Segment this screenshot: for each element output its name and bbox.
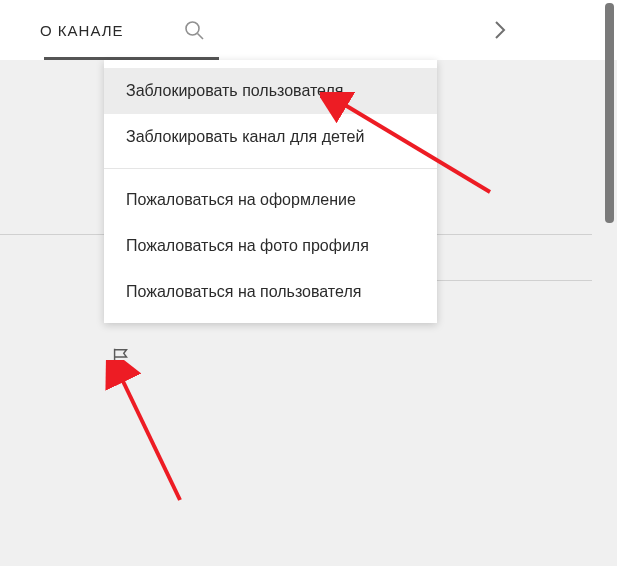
svg-line-4 — [120, 375, 180, 500]
chevron-right-icon — [493, 19, 507, 41]
content-area: Заблокировать пользователя Заблокировать… — [0, 60, 617, 566]
menu-item-report-user[interactable]: Пожаловаться на пользователя — [104, 269, 437, 315]
menu-item-report-avatar[interactable]: Пожаловаться на фото профиля — [104, 223, 437, 269]
divider — [437, 234, 592, 235]
divider — [437, 280, 592, 281]
flag-icon — [110, 346, 132, 368]
menu-item-label: Заблокировать канал для детей — [126, 128, 364, 145]
svg-point-0 — [186, 22, 199, 35]
search-button[interactable] — [174, 18, 214, 42]
menu-item-label: Пожаловаться на оформление — [126, 191, 356, 208]
context-menu: Заблокировать пользователя Заблокировать… — [104, 60, 437, 323]
tab-about[interactable]: О КАНАЛЕ — [10, 0, 154, 60]
search-icon — [182, 18, 206, 42]
svg-line-1 — [197, 34, 203, 40]
annotation-arrow-bottom — [50, 360, 210, 520]
tab-about-label: О КАНАЛЕ — [40, 22, 124, 39]
menu-item-label: Пожаловаться на фото профиля — [126, 237, 369, 254]
tab-bar: О КАНАЛЕ — [0, 0, 617, 60]
scrollbar-thumb[interactable] — [605, 3, 614, 223]
menu-divider — [104, 168, 437, 169]
menu-item-report-banner[interactable]: Пожаловаться на оформление — [104, 177, 437, 223]
tabs-scroll-right[interactable] — [493, 0, 507, 60]
menu-item-block-channel-kids[interactable]: Заблокировать канал для детей — [104, 114, 437, 160]
report-button[interactable] — [110, 346, 132, 372]
divider — [0, 234, 104, 235]
menu-item-block-user[interactable]: Заблокировать пользователя — [104, 68, 437, 114]
menu-item-label: Пожаловаться на пользователя — [126, 283, 361, 300]
menu-item-label: Заблокировать пользователя — [126, 82, 343, 99]
